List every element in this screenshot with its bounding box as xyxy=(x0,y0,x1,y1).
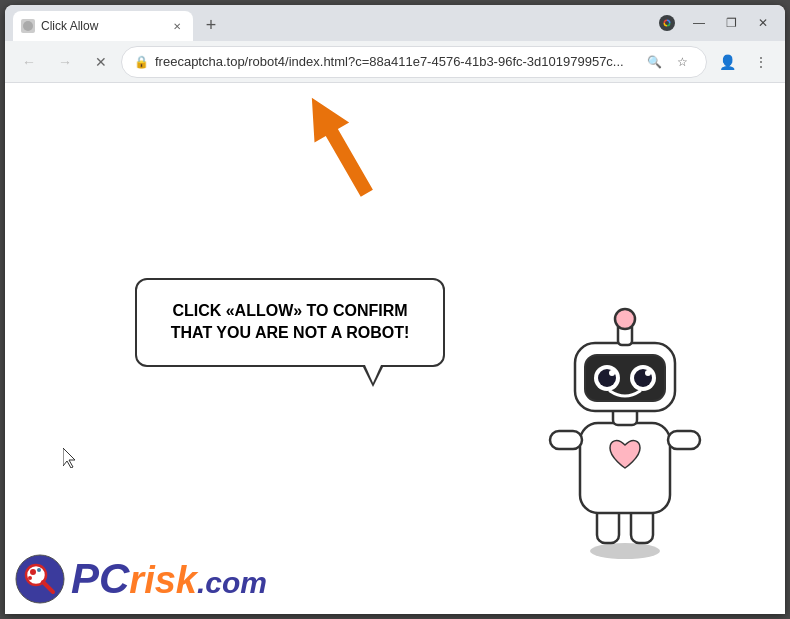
mouse-cursor xyxy=(63,448,75,466)
title-bar: Click Allow ✕ + — ❐ ✕ xyxy=(5,5,785,41)
tab-close-button[interactable]: ✕ xyxy=(169,18,185,34)
svg-point-24 xyxy=(30,569,36,575)
robot-character xyxy=(525,283,725,563)
browser-window: Click Allow ✕ + — ❐ ✕ ← → xyxy=(5,5,785,614)
tab-favicon xyxy=(21,19,35,33)
window-controls: — ❐ ✕ xyxy=(649,9,777,37)
close-button[interactable]: ✕ xyxy=(749,9,777,37)
back-button[interactable]: ← xyxy=(13,46,45,78)
watermark-brand: PC risk .com xyxy=(71,555,267,603)
chrome-menu-icon[interactable] xyxy=(653,9,681,37)
reload-button[interactable]: ✕ xyxy=(85,46,117,78)
svg-rect-9 xyxy=(668,431,700,449)
tab-area: Click Allow ✕ + xyxy=(13,5,637,41)
svg-marker-27 xyxy=(63,448,75,468)
speech-bubble: CLICK «ALLOW» TO CONFIRM THAT YOU ARE NO… xyxy=(135,278,445,367)
svg-point-4 xyxy=(590,543,660,559)
toolbar-right: 👤 ⋮ xyxy=(711,46,777,78)
minimize-button[interactable]: — xyxy=(685,9,713,37)
bubble-text: CLICK «ALLOW» TO CONFIRM THAT YOU ARE NO… xyxy=(171,302,410,341)
svg-point-19 xyxy=(609,370,615,376)
watermark: PC risk .com xyxy=(15,554,267,604)
address-bar-icons: 🔍 ☆ xyxy=(642,50,694,74)
svg-point-26 xyxy=(28,576,32,580)
svg-marker-3 xyxy=(295,93,375,203)
search-icon-btn[interactable]: 🔍 xyxy=(642,50,666,74)
svg-point-25 xyxy=(37,568,41,572)
tab-title: Click Allow xyxy=(41,19,163,33)
svg-point-2 xyxy=(665,21,669,25)
orange-arrow xyxy=(295,93,355,173)
toolbar: ← → ✕ 🔒 freecaptcha.top/robot4/index.htm… xyxy=(5,41,785,83)
svg-point-0 xyxy=(23,21,33,31)
forward-button[interactable]: → xyxy=(49,46,81,78)
maximize-button[interactable]: ❐ xyxy=(717,9,745,37)
address-text: freecaptcha.top/robot4/index.html?c=88a4… xyxy=(155,54,636,69)
lock-icon: 🔒 xyxy=(134,55,149,69)
new-tab-button[interactable]: + xyxy=(197,11,225,39)
svg-rect-8 xyxy=(550,431,582,449)
watermark-risk: risk xyxy=(129,559,197,602)
menu-button[interactable]: ⋮ xyxy=(745,46,777,78)
page-content: CLICK «ALLOW» TO CONFIRM THAT YOU ARE NO… xyxy=(5,83,785,614)
active-tab[interactable]: Click Allow ✕ xyxy=(13,11,193,41)
watermark-com: .com xyxy=(197,566,267,600)
watermark-pc: PC xyxy=(71,555,129,603)
bookmark-icon-btn[interactable]: ☆ xyxy=(670,50,694,74)
address-bar[interactable]: 🔒 freecaptcha.top/robot4/index.html?c=88… xyxy=(121,46,707,78)
svg-point-20 xyxy=(645,370,651,376)
profile-button[interactable]: 👤 xyxy=(711,46,743,78)
svg-point-13 xyxy=(615,309,635,329)
